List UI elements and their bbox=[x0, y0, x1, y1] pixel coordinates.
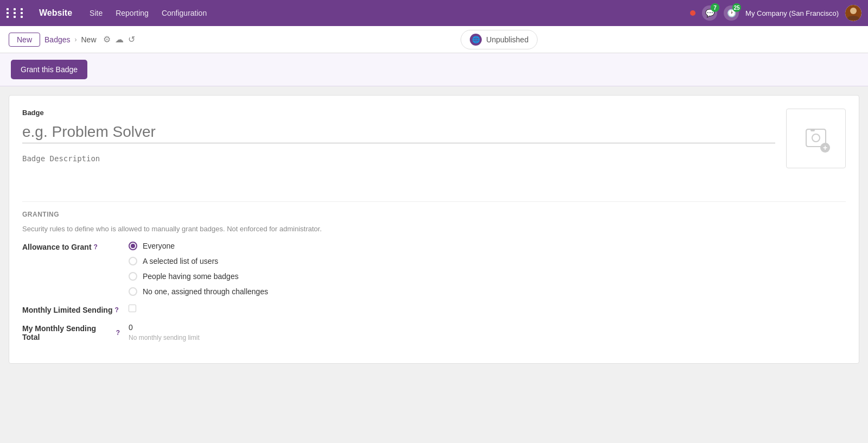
radio-no-one-circle bbox=[129, 287, 137, 296]
allowance-options: Everyone A selected list of users People… bbox=[129, 242, 846, 296]
refresh-icon[interactable]: ↺ bbox=[128, 34, 135, 45]
breadcrumb-parent[interactable]: Badges bbox=[44, 35, 70, 44]
nav-site[interactable]: Site bbox=[90, 9, 103, 17]
breadcrumb-bar: New Badges › New ⚙ ☁ ↺ 🌐 Unpublished bbox=[0, 26, 868, 53]
nav-reporting[interactable]: Reporting bbox=[116, 9, 149, 17]
unpublished-label: Unpublished bbox=[486, 35, 528, 44]
user-avatar[interactable] bbox=[845, 5, 861, 21]
grant-badge-button[interactable]: Grant this Badge bbox=[11, 60, 87, 79]
main-form: Badge + GRANTING Security rules to defin… bbox=[9, 95, 859, 364]
allowance-row: Allowance to Grant ? Everyone A selected… bbox=[22, 242, 846, 296]
radio-people-badges[interactable]: People having some badges bbox=[129, 272, 846, 281]
status-dot-icon bbox=[690, 10, 695, 16]
svg-rect-3 bbox=[810, 129, 815, 131]
radio-no-one-label: No one, assigned through challenges bbox=[143, 287, 268, 296]
activities-count: 25 bbox=[732, 3, 741, 12]
allowance-label: Allowance to Grant ? bbox=[22, 242, 120, 251]
allowance-help-icon[interactable]: ? bbox=[94, 243, 98, 251]
radio-selected-users-label: A selected list of users bbox=[143, 257, 218, 265]
radio-people-badges-label: People having some badges bbox=[143, 272, 239, 281]
messages-count: 7 bbox=[711, 3, 719, 12]
radio-everyone-circle bbox=[129, 242, 137, 250]
navbar: Website Site Reporting Configuration 💬 7… bbox=[0, 0, 868, 26]
badge-name-input[interactable] bbox=[22, 121, 775, 143]
unpublished-button[interactable]: 🌐 Unpublished bbox=[461, 30, 538, 49]
section-divider bbox=[22, 201, 846, 202]
apps-grid-icon[interactable] bbox=[7, 8, 26, 18]
nav-menu: Site Reporting Configuration bbox=[90, 9, 207, 17]
monthly-limited-checkbox[interactable] bbox=[129, 305, 136, 312]
globe-icon: 🌐 bbox=[470, 34, 482, 46]
badge-header-section: Badge + bbox=[22, 109, 846, 188]
radio-selected-users[interactable]: A selected list of users bbox=[129, 257, 846, 265]
company-name: My Company (San Francisco) bbox=[745, 9, 839, 17]
monthly-total-help-icon[interactable]: ? bbox=[116, 329, 120, 337]
monthly-total-row: My Monthly Sending Total ? 0 No monthly … bbox=[22, 323, 846, 341]
badge-fields: Badge bbox=[22, 109, 775, 188]
navbar-right: 💬 7 🕐 25 My Company (San Francisco) bbox=[690, 5, 861, 21]
breadcrumb-separator: › bbox=[75, 36, 77, 43]
svg-point-1 bbox=[850, 8, 857, 14]
radio-selected-users-circle bbox=[129, 257, 137, 265]
monthly-total-label: My Monthly Sending Total ? bbox=[22, 323, 120, 341]
svg-point-2 bbox=[812, 134, 820, 142]
badge-image-upload[interactable]: + bbox=[786, 109, 846, 168]
monthly-total-hint: No monthly sending limit bbox=[129, 334, 846, 341]
monthly-limited-label: Monthly Limited Sending ? bbox=[22, 305, 120, 314]
monthly-limited-checkbox-item[interactable] bbox=[129, 305, 846, 312]
monthly-total-value-area: 0 No monthly sending limit bbox=[129, 323, 846, 341]
radio-no-one[interactable]: No one, assigned through challenges bbox=[129, 287, 846, 296]
granting-desc: Security rules to define who is allowed … bbox=[22, 225, 846, 233]
badge-description-input[interactable] bbox=[22, 154, 775, 187]
new-button[interactable]: New bbox=[9, 33, 40, 47]
action-bar: Grant this Badge bbox=[0, 53, 868, 86]
publish-status-area: 🌐 Unpublished bbox=[461, 30, 538, 49]
radio-group: Everyone A selected list of users People… bbox=[129, 242, 846, 296]
settings-icon[interactable]: ⚙ bbox=[103, 34, 111, 45]
upload-icon[interactable]: ☁ bbox=[115, 34, 124, 45]
granting-section-title: GRANTING bbox=[22, 211, 846, 218]
radio-everyone-label: Everyone bbox=[143, 242, 175, 250]
nav-configuration[interactable]: Configuration bbox=[162, 9, 207, 17]
activities-icon[interactable]: 🕐 25 bbox=[724, 5, 739, 21]
monthly-limited-checkbox-area bbox=[129, 305, 846, 312]
breadcrumb-current: New bbox=[81, 35, 97, 44]
monthly-limited-row: Monthly Limited Sending ? bbox=[22, 305, 846, 314]
brand-name: Website bbox=[39, 8, 72, 18]
monthly-total-value: 0 bbox=[129, 323, 846, 332]
radio-people-badges-circle bbox=[129, 272, 137, 281]
breadcrumb-actions: ⚙ ☁ ↺ bbox=[103, 34, 135, 45]
messages-icon[interactable]: 💬 7 bbox=[702, 5, 717, 21]
monthly-limited-help-icon[interactable]: ? bbox=[114, 306, 118, 314]
badge-field-label: Badge bbox=[22, 109, 775, 117]
radio-everyone[interactable]: Everyone bbox=[129, 242, 846, 250]
